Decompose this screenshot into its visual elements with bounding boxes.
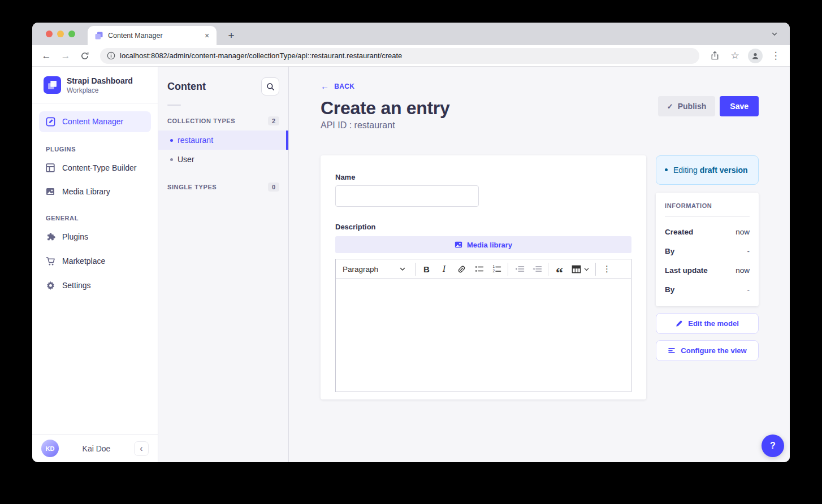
bold-icon[interactable]: B [418, 261, 435, 277]
draft-status-box: Editing draft version [656, 155, 759, 185]
svg-text:1: 1 [492, 264, 495, 268]
single-types-header: SINGLE TYPES 0 [158, 169, 288, 197]
brand-block[interactable]: Strapi Dashboard Workplace [32, 67, 158, 103]
sidebar-divider [32, 103, 158, 103]
tab-search-chevron-icon[interactable] [771, 30, 778, 38]
back-icon[interactable]: ← [39, 49, 54, 63]
rich-text-editor: Paragraph B I [335, 259, 631, 392]
name-input[interactable] [335, 185, 479, 207]
brand-subtitle: Workplace [67, 86, 133, 94]
configure-view-button[interactable]: Configure the view [656, 340, 759, 361]
search-button[interactable] [261, 77, 279, 95]
forward-icon[interactable]: → [58, 49, 73, 63]
toolbar-separator [508, 263, 508, 276]
sidebar-section-general: GENERAL [32, 203, 158, 225]
blockquote-icon[interactable]: “ [551, 261, 568, 277]
count-badge: 2 [268, 116, 279, 125]
zoom-window-button[interactable] [68, 31, 75, 37]
description-field-label: Description [335, 223, 631, 231]
back-label: BACK [334, 82, 354, 90]
toolbar-more-icon[interactable]: ⋮ [598, 261, 616, 277]
numbered-list-icon[interactable]: 12 [488, 261, 505, 277]
toolbar-separator [595, 263, 596, 276]
puzzle-icon [46, 232, 55, 242]
search-icon [266, 82, 275, 91]
pencil-icon [676, 320, 683, 327]
site-info-icon[interactable] [107, 51, 115, 60]
sidebar-footer: KD Kai Doe ‹ [32, 434, 158, 462]
collapse-sidebar-icon[interactable]: ‹ [134, 441, 149, 456]
user-avatar[interactable]: KD [41, 440, 59, 457]
bookmark-star-icon[interactable]: ☆ [728, 49, 742, 63]
subnav-item-label: User [178, 155, 194, 164]
sidebar-item-label: Plugins [62, 232, 88, 241]
sidebar-item-marketplace[interactable]: Marketplace [32, 249, 158, 273]
share-icon[interactable] [707, 49, 722, 63]
pen-square-icon [46, 117, 55, 127]
chevron-down-icon [399, 266, 406, 272]
group-label: SINGLE TYPES [167, 184, 217, 190]
page-title: Create an entry [321, 98, 450, 119]
sidebar-item-content-type-builder[interactable]: Content-Type Builder [32, 156, 158, 180]
italic-icon[interactable]: I [435, 261, 453, 277]
chevron-down-icon [583, 266, 590, 272]
minimize-window-button[interactable] [57, 31, 64, 37]
subnav-divider [167, 105, 181, 106]
sidebar-item-media-library[interactable]: Media Library [32, 180, 158, 203]
browser-menu-icon[interactable]: ⋮ [768, 49, 783, 63]
sidebar-item-label: Media Library [62, 187, 110, 196]
info-row-created-by: By - [665, 247, 750, 255]
browser-profile-icon[interactable] [748, 49, 763, 63]
user-name: Kai Doe [64, 444, 128, 453]
toolbar-separator [415, 263, 416, 276]
main-sidebar: Strapi Dashboard Workplace Content Manag… [32, 67, 158, 462]
new-tab-button[interactable]: + [223, 28, 239, 44]
paragraph-style-dropdown[interactable]: Paragraph [337, 265, 413, 273]
entry-aside: Editing draft version INFORMATION Create… [656, 155, 759, 361]
sidebar-item-settings[interactable]: Settings [32, 273, 158, 298]
sidebar-item-plugins[interactable]: Plugins [32, 225, 158, 249]
subnav-item-user[interactable]: User [158, 150, 288, 169]
cart-icon [46, 257, 55, 266]
sidebar-section-plugins: PLUGINS [32, 134, 158, 156]
outdent-icon[interactable] [528, 261, 546, 277]
browser-window: Content Manager × + ← → localhost:8082/a… [32, 23, 790, 462]
tab-close-icon[interactable]: × [202, 31, 212, 41]
publish-button[interactable]: ✓ Publish [658, 96, 715, 116]
edit-model-button[interactable]: Edit the model [656, 313, 759, 334]
configure-lines-icon [668, 347, 676, 354]
main-content: ← BACK Create an entry ✓ Publish Save AP… [289, 67, 790, 462]
svg-text:2: 2 [492, 269, 495, 273]
media-library-button[interactable]: Media library [335, 236, 631, 253]
information-card: INFORMATION Created now By - Last update [656, 193, 759, 306]
bullet-icon [170, 158, 173, 161]
media-image-icon [455, 241, 462, 249]
browser-tab[interactable]: Content Manager × [88, 26, 217, 45]
favicon-strapi-icon [94, 31, 103, 40]
bulleted-list-icon[interactable] [470, 261, 488, 277]
table-icon[interactable] [568, 261, 593, 277]
count-badge: 0 [268, 183, 279, 192]
link-icon[interactable] [453, 261, 470, 277]
editor-toolbar: Paragraph B I [336, 259, 631, 279]
help-button[interactable]: ? [762, 435, 784, 457]
close-window-button[interactable] [46, 31, 53, 37]
editor-textarea[interactable] [336, 279, 631, 392]
info-row-created: Created now [665, 228, 750, 236]
browser-toolbar: ← → localhost:8082/admin/content-manager… [32, 45, 790, 67]
indent-icon[interactable] [510, 261, 528, 277]
tab-title: Content Manager [108, 32, 197, 40]
strapi-app: Strapi Dashboard Workplace Content Manag… [32, 67, 790, 462]
window-controls [46, 31, 75, 37]
sidebar-item-content-manager[interactable]: Content Manager [39, 111, 151, 132]
sidebar-item-label: Content Manager [62, 117, 123, 126]
toolbar-actions: ☆ ⋮ [707, 49, 783, 63]
group-label: COLLECTION TYPES [167, 118, 235, 124]
address-bar[interactable]: localhost:8082/admin/content-manager/col… [100, 48, 699, 64]
gear-icon [46, 281, 55, 290]
collection-types-header: COLLECTION TYPES 2 [158, 107, 288, 131]
back-link[interactable]: ← BACK [321, 81, 354, 91]
subnav-item-restaurant[interactable]: restaurant [158, 131, 288, 150]
refresh-icon[interactable] [77, 49, 92, 63]
save-button[interactable]: Save [720, 96, 759, 116]
